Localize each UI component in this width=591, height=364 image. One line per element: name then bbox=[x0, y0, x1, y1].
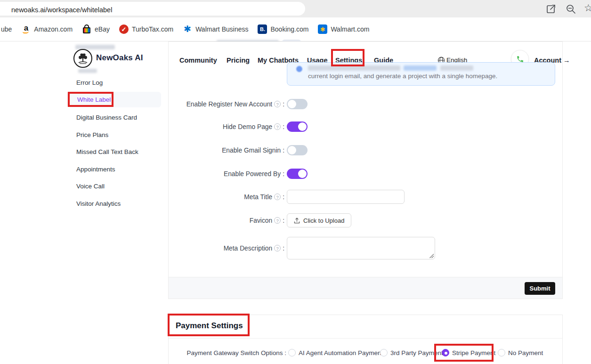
form-row: Meta Description ? : bbox=[169, 237, 451, 259]
share-icon[interactable] bbox=[545, 3, 557, 15]
enable-gmail-signin-toggle[interactable] bbox=[287, 145, 308, 155]
brand-name: NewOaks AI bbox=[96, 53, 143, 63]
sidebar-item-price-plans[interactable]: Price Plans bbox=[66, 128, 161, 142]
bookmark-booking[interactable]: B. Booking.com bbox=[258, 24, 308, 34]
bookmark-label: ube bbox=[1, 25, 12, 33]
sidebar-item-missed-call-text-back[interactable]: Missed Call Text Back bbox=[66, 145, 161, 159]
payment-settings-title: Payment Settings bbox=[176, 321, 243, 331]
redacted-text bbox=[440, 65, 473, 71]
field-label: Meta Description ? : bbox=[169, 245, 284, 252]
favorites-star-icon[interactable]: ☆ bbox=[584, 2, 591, 14]
bookmark-walmart-business[interactable]: ✱ Walmart Business bbox=[183, 24, 248, 34]
radio-ai-agent-automation-payment[interactable]: AI Agent Automation Payment bbox=[288, 349, 383, 356]
resize-handle-icon[interactable] bbox=[429, 254, 434, 258]
bookmark-ebay[interactable]: eBay bbox=[82, 24, 110, 34]
amazon-icon: a bbox=[21, 24, 31, 34]
bookmark-walmart[interactable]: ✱ Walmart.com bbox=[318, 24, 369, 34]
field-label: Enable Register New Account ? : bbox=[169, 101, 284, 108]
field-label: Hide Demo Page ? : bbox=[169, 123, 284, 130]
payment-settings-card: Payment Settings Payment Gateway Switch … bbox=[168, 315, 563, 364]
enable-register-new-account-toggle[interactable] bbox=[287, 99, 308, 109]
bookmarks-bar: ube a Amazon.com eBay ✓ TurboTax.com ✱ W… bbox=[0, 17, 591, 41]
zoom-out-icon[interactable] bbox=[565, 3, 576, 15]
bookmark-turbotax[interactable]: ✓ TurboTax.com bbox=[119, 24, 173, 34]
sidebar-item-label: Error Log bbox=[76, 79, 103, 86]
hide-demo-page-toggle[interactable] bbox=[287, 121, 308, 132]
redacted-text bbox=[78, 69, 97, 73]
url-text[interactable]: newoaks.ai/workspace/whitelabel bbox=[11, 6, 112, 14]
bookmark-label: Amazon.com bbox=[34, 25, 73, 33]
white-label-settings-card: Community Pricing My Chatbots Usage Sett… bbox=[168, 41, 563, 299]
radio-label: No Payment bbox=[508, 349, 543, 356]
sidebar-item-label: Appointments bbox=[76, 166, 115, 173]
field-label: Favicon ? : bbox=[169, 217, 284, 224]
walmart-icon: ✱ bbox=[318, 24, 327, 34]
bookmark-amazon[interactable]: a Amazon.com bbox=[21, 24, 73, 34]
nav-community[interactable]: Community bbox=[179, 56, 217, 65]
sidebar-item-voice-call[interactable]: Voice Call bbox=[66, 179, 161, 193]
phone-icon bbox=[516, 55, 524, 63]
radio-no-payment[interactable]: No Payment bbox=[498, 349, 543, 356]
meta-title-input[interactable] bbox=[287, 190, 405, 204]
form-row: Enable Gmail Signin : bbox=[169, 145, 451, 155]
form-row: Enable Powered By : bbox=[169, 169, 451, 179]
sidebar-item-label: Visitor Analytics bbox=[76, 200, 121, 207]
sidebar-item-label: Missed Call Text Back bbox=[76, 148, 138, 155]
field-label: Meta Title ? : bbox=[169, 194, 284, 201]
sidebar-item-label: White Label bbox=[77, 96, 111, 103]
bookmark-label: Booking.com bbox=[270, 25, 308, 33]
alert-text: current login email, and generate a proj… bbox=[308, 73, 497, 80]
sidebar-item-appointments[interactable]: Appointments bbox=[66, 162, 161, 176]
redacted-link bbox=[404, 65, 437, 71]
sidebar-item-error-log[interactable]: Error Log bbox=[66, 75, 161, 89]
card-footer: Submit bbox=[169, 277, 562, 299]
form-row: Hide Demo Page ? : bbox=[169, 121, 451, 132]
turbotax-icon: ✓ bbox=[119, 24, 129, 34]
info-icon bbox=[296, 66, 302, 72]
browser-address-bar: newoaks.ai/workspace/whitelabel ☆ bbox=[0, 0, 591, 17]
bookmark-label: Walmart.com bbox=[331, 25, 369, 33]
bookmark-label: eBay bbox=[95, 25, 110, 33]
bookmark-youtube[interactable]: ube bbox=[1, 25, 12, 33]
help-icon[interactable]: ? bbox=[274, 101, 281, 107]
sidebar: NewOaks AI Error Log White Label Digital… bbox=[66, 41, 161, 239]
nav-pricing[interactable]: Pricing bbox=[227, 56, 250, 65]
meta-description-textarea[interactable] bbox=[287, 237, 435, 259]
form-row: Enable Register New Account ? : bbox=[169, 99, 451, 109]
form-row: Meta Title ? : bbox=[169, 190, 451, 204]
upload-icon bbox=[294, 218, 300, 224]
radio-stripe-payment[interactable]: Stripe Payment bbox=[442, 349, 495, 356]
bookmark-label: Walmart Business bbox=[195, 25, 248, 33]
sidebar-item-label: Digital Business Card bbox=[76, 114, 137, 121]
radio-circle-icon bbox=[380, 349, 388, 356]
field-label: Enable Powered By : bbox=[169, 170, 284, 178]
radio-circle-icon bbox=[498, 349, 505, 356]
radio-label: AI Agent Automation Payment bbox=[299, 349, 383, 356]
sidebar-item-digital-business-card[interactable]: Digital Business Card bbox=[66, 110, 161, 124]
radio-3rd-party-payment[interactable]: 3rd Party Payment bbox=[380, 349, 443, 356]
radio-label: 3rd Party Payment bbox=[390, 349, 443, 356]
info-alert: current login email, and generate a proj… bbox=[287, 62, 555, 86]
bookmark-label: TurboTax.com bbox=[132, 25, 173, 33]
help-icon[interactable]: ? bbox=[274, 194, 281, 200]
radio-selected-icon bbox=[442, 349, 449, 356]
help-icon[interactable]: ? bbox=[274, 123, 281, 130]
enable-powered-by-toggle[interactable] bbox=[287, 169, 308, 179]
booking-icon: B. bbox=[258, 24, 267, 34]
sidebar-item-white-label[interactable]: White Label bbox=[67, 92, 161, 107]
help-icon[interactable]: ? bbox=[274, 217, 281, 224]
help-icon[interactable]: ? bbox=[274, 245, 281, 251]
radio-label: Stripe Payment bbox=[452, 349, 495, 356]
form-row: Favicon ? : Click to Upload bbox=[169, 213, 451, 227]
newoaks-logo-icon bbox=[73, 49, 92, 68]
walmart-spark-icon: ✱ bbox=[183, 24, 192, 34]
redacted-text bbox=[308, 65, 400, 71]
sidebar-item-label: Voice Call bbox=[76, 183, 105, 190]
submit-button[interactable]: Submit bbox=[525, 282, 555, 295]
radio-circle-icon bbox=[288, 349, 296, 356]
sidebar-item-label: Price Plans bbox=[76, 131, 108, 138]
sidebar-item-visitor-analytics[interactable]: Visitor Analytics bbox=[66, 196, 161, 210]
favicon-upload-button[interactable]: Click to Upload bbox=[287, 213, 351, 227]
payment-gateway-label: Payment Gateway Switch Options : bbox=[169, 349, 286, 356]
url-pill[interactable]: newoaks.ai/workspace/whitelabel bbox=[0, 2, 305, 16]
